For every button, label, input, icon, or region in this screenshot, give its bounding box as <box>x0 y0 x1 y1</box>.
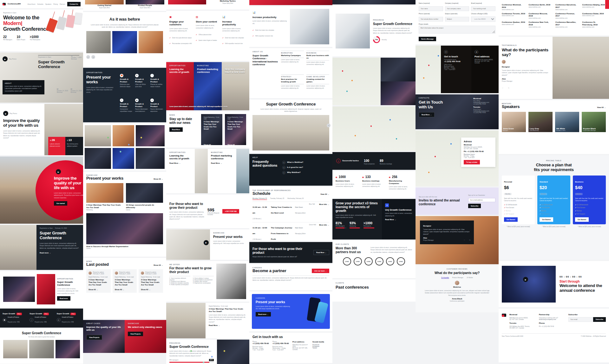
conference-item[interactable]: Conference Berlin, 2018www.mobirise.com <box>529 4 553 10</box>
conference-item[interactable]: Conference St. Petersburg, 2019www.mobir… <box>582 21 606 28</box>
promo-card-photo[interactable]: PR MANAGERS Help the company reach a new… <box>222 62 249 110</box>
panel-item[interactable]: 🎁Growth & ProductDistinctio quia distinc… <box>120 72 133 94</box>
nav-item-partners[interactable]: Partners <box>60 3 65 5</box>
conference-url[interactable]: www.mobirise.com <box>502 9 526 10</box>
read-more-link[interactable]: Read More → <box>169 162 192 164</box>
show-all-link[interactable]: Show All → <box>154 264 163 266</box>
ticket-item[interactable]: Super GrowthFree ✓ Growth & ProductRegul… <box>29 313 53 324</box>
read-more-button[interactable]: Read more → <box>256 312 271 316</box>
play-promo-button[interactable]: ▶ <box>3 56 8 61</box>
show-all-link[interactable]: Show All → <box>141 289 161 291</box>
phone-input[interactable] <box>419 17 443 22</box>
footer-email-input[interactable] <box>568 317 593 322</box>
speaker-card[interactable]: Anna GreenManager <box>502 112 526 132</box>
conference-url[interactable]: www.mobirise.com <box>529 6 553 8</box>
schedule-tab-active[interactable]: Monday, February 24 <box>252 198 267 200</box>
prev-arrow-button[interactable]: ← <box>464 239 466 241</box>
carousel-prev-button[interactable]: ← <box>86 55 90 59</box>
phone-link[interactable]: +1 (123) 456-78-90 <box>473 112 495 113</box>
prev-arrow-button[interactable]: ← <box>502 87 504 89</box>
reviews-tab[interactable]: Product Manager <box>452 277 463 279</box>
conference-url[interactable]: www.mobirise.com <box>555 9 579 10</box>
view-projects-button[interactable]: View Projects <box>86 335 102 340</box>
conference-url[interactable]: www.mobirise.com <box>555 17 579 19</box>
conference-url[interactable]: www.mobirise.com <box>529 17 553 19</box>
read-more-button[interactable]: Read more <box>57 296 70 301</box>
panel-item[interactable]: ⟳Growth & ProductConsectetur expeditatur… <box>120 96 133 118</box>
newsletter-email-input[interactable] <box>468 198 495 202</box>
next-arrow-button[interactable]: → <box>469 239 471 241</box>
ticket-item[interactable]: Super GrowthFree ‹/› Growth & ProductReg… <box>57 313 81 324</box>
blog-card[interactable]: 3 Clear Warnings That Say Your Goals Are… <box>86 183 123 211</box>
conference-item[interactable]: Conference Montreal, 2019www.mobirise.co… <box>502 4 526 10</box>
social-link-twitter[interactable]: Twitter <box>312 347 329 349</box>
company-input[interactable] <box>445 6 469 11</box>
send-message-button[interactable]: Send a Message <box>419 37 436 41</box>
carousel-next-button[interactable]: → <box>327 124 331 127</box>
subject-input[interactable] <box>445 17 469 22</box>
news-card[interactable]: Digital Marketing · 6 min read 3 Clear W… <box>201 114 222 145</box>
conference-item[interactable]: Conference Barcelona, 2017www.mobirise.c… <box>555 4 579 10</box>
show-all-link[interactable]: Show All → <box>227 144 237 146</box>
get-started-button[interactable]: Get Started <box>540 217 553 222</box>
blog-card-wide[interactable]: How to Success through Market Segmentati… <box>86 213 163 250</box>
footer-subscribe-button[interactable]: Subscribe <box>593 317 606 322</box>
nav-item-pricing[interactable]: Pricing <box>53 3 58 5</box>
schedule-row[interactable]: 11:30 am - 12:00 am( 30 Minutes ) The Ca… <box>252 222 329 241</box>
project-details-textarea[interactable] <box>419 26 495 34</box>
buy-ticket-button[interactable]: To buy a ticket <box>464 160 480 164</box>
panel-item[interactable]: ➤Growth & ProductFacere laboriosam asper… <box>150 96 163 118</box>
conference-url[interactable]: www.mobirise.com <box>555 26 579 28</box>
promo-card-blue[interactable]: MARKETING Product marketing conference L… <box>194 62 221 110</box>
map[interactable] <box>416 46 441 93</box>
post-card[interactable]: Posted by adminFebruary 4, 2020 Digital … <box>86 269 111 293</box>
schedule-tab[interactable]: Tuesday, February 25 <box>270 198 284 200</box>
speaker-card[interactable]: Nik WhiteFounder X-Tech <box>555 112 579 132</box>
more-info-link[interactable]: More Info → <box>319 203 329 205</box>
conference-item[interactable]: Conference Florence, 2017www.mobirise.co… <box>555 13 579 19</box>
email-input[interactable] <box>471 6 495 11</box>
phone-link[interactable]: +1 (123) 456-78-90 <box>473 103 495 105</box>
show-all-link[interactable]: Show All → <box>204 144 213 146</box>
nav-item-schedule[interactable]: Schedule <box>37 3 43 5</box>
conference-url[interactable]: www.mobirise.com <box>582 6 606 8</box>
post-card[interactable]: Posted by adminFebruary 4, 2020 Digital … <box>113 269 137 293</box>
get-started-button[interactable]: Get Started <box>504 217 518 222</box>
conference-item[interactable]: Conference Marseilles, 2017www.mobirise.… <box>555 21 579 28</box>
phone-link[interactable]: Ph: +1 (123) 456-78-90 <box>539 326 565 327</box>
reviews-tab-active[interactable]: Co-founder <box>441 277 449 279</box>
panel-item[interactable]: ◉Growth & ProductFacere laboriosam exerc… <box>135 96 148 118</box>
ticket-item[interactable]: Super GrowthFree 💬 Growth & ProductRegul… <box>3 313 26 324</box>
get-started-button[interactable]: Get started <box>54 201 67 206</box>
conference-item[interactable]: Conference Dubai, 2016www.mobirise.com <box>582 13 606 19</box>
faq-item[interactable]: +Why Webflow? <box>282 170 329 175</box>
schedule-row[interactable]: 11:00 am - 11:30 am( 30 Minutes ) Taking… <box>252 201 329 222</box>
play-promo-button[interactable]: ▶ <box>3 111 8 116</box>
view-all-link[interactable]: View All → <box>320 193 329 195</box>
play-button[interactable]: ▶ <box>523 277 528 282</box>
read-more-link[interactable]: Read More → <box>211 162 233 164</box>
view-all-link[interactable]: View All → <box>597 106 606 108</box>
join-team-button[interactable]: Join our team → <box>312 269 329 273</box>
news-card[interactable]: Digital Marketing · 6 min read 3 Clear W… <box>225 114 246 145</box>
read-more-button[interactable]: Read More → <box>313 250 329 255</box>
faq-item[interactable]: +Is it good for me? <box>282 165 329 170</box>
read-more-link[interactable]: Read more → <box>40 252 80 254</box>
conference-url[interactable]: www.mobirise.com <box>582 26 606 28</box>
panel-item[interactable]: 👁Growth & ProductUllam ad officiis quia … <box>135 72 148 94</box>
schedule-tab[interactable]: Wednesday, February 26 <box>287 198 304 200</box>
nav-item-speakers[interactable]: Speakers <box>45 3 51 5</box>
play-button[interactable]: ▶ <box>204 240 209 245</box>
conference-url[interactable]: www.mobirise.com <box>529 26 553 28</box>
conference-url[interactable]: www.mobirise.com <box>582 15 606 16</box>
promo-card-red[interactable]: OPPORTUNITIES Learning the secrets of gr… <box>166 62 194 110</box>
conference-item[interactable]: Conference Beijing, 2016www.mobirise.com <box>582 4 606 10</box>
view-projects-button[interactable]: View Projects <box>128 332 143 336</box>
buy-button[interactable]: ♥ BUY FOR 59$ <box>222 209 239 214</box>
nav-item-about-event[interactable]: About Event <box>28 3 36 5</box>
conference-item[interactable]: Conference Quebec, 2019www.mobirise.com <box>502 21 526 28</box>
read-more-button[interactable]: Read More → <box>419 112 435 117</box>
more-info-link[interactable]: More Info → <box>319 224 329 226</box>
conference-item[interactable]: Conference Toronto, 2019www.mobirise.com <box>502 13 526 19</box>
show-all-link[interactable]: Show All → <box>154 178 163 180</box>
